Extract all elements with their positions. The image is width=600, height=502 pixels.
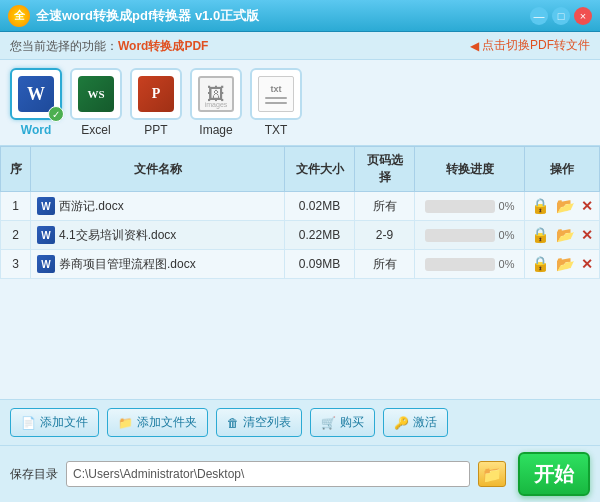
maximize-button[interactable]: □ bbox=[552, 7, 570, 25]
file-word-icon: W bbox=[37, 226, 55, 244]
col-index: 序 bbox=[1, 147, 31, 192]
delete-icon[interactable]: ✕ bbox=[581, 256, 593, 272]
cell-name: W 券商项目管理流程图.docx bbox=[31, 250, 285, 279]
open-folder-icon[interactable]: 📂 bbox=[556, 197, 575, 215]
cell-actions: 🔒 📂 ✕ bbox=[525, 192, 600, 221]
cell-index: 1 bbox=[1, 192, 31, 221]
file-word-icon: W bbox=[37, 197, 55, 215]
col-size: 文件大小 bbox=[285, 147, 355, 192]
tab-txt-icon: txt bbox=[250, 68, 302, 120]
table-row: 3 W 券商项目管理流程图.docx 0.09MB 所有 0% 🔒 📂 ✕ bbox=[1, 250, 600, 279]
ppt-logo-icon: P bbox=[138, 76, 174, 112]
tab-txt-label: TXT bbox=[265, 123, 288, 137]
cell-index: 3 bbox=[1, 250, 31, 279]
tab-image[interactable]: 🖼 images Image bbox=[190, 68, 242, 137]
image-logo-icon: 🖼 images bbox=[198, 76, 234, 112]
save-path-input[interactable] bbox=[66, 461, 470, 487]
tab-word-icon: W ✓ bbox=[10, 68, 62, 120]
buy-label: 购买 bbox=[340, 414, 364, 431]
minimize-button[interactable]: — bbox=[530, 7, 548, 25]
clear-list-button[interactable]: 🗑 清空列表 bbox=[216, 408, 302, 437]
delete-icon[interactable]: ✕ bbox=[581, 198, 593, 214]
save-label: 保存目录 bbox=[10, 466, 58, 483]
cell-name: W 西游记.docx bbox=[31, 192, 285, 221]
word-logo-icon: W bbox=[18, 76, 54, 112]
buy-button[interactable]: 🛒 购买 bbox=[310, 408, 375, 437]
progress-label: 0% bbox=[499, 200, 515, 212]
start-button[interactable]: 开始 bbox=[518, 452, 590, 496]
col-actions: 操作 bbox=[525, 147, 600, 192]
save-bar: 保存目录 📁 开始 bbox=[0, 445, 600, 502]
tab-image-label: Image bbox=[199, 123, 232, 137]
table-header-row: 序 文件名称 文件大小 页码选择 转换进度 操作 bbox=[1, 147, 600, 192]
cell-actions: 🔒 📂 ✕ bbox=[525, 250, 600, 279]
add-folder-label: 添加文件夹 bbox=[137, 414, 197, 431]
excel-logo-icon: WS bbox=[78, 76, 114, 112]
cell-actions: 🔒 📂 ✕ bbox=[525, 221, 600, 250]
file-name: 西游记.docx bbox=[59, 198, 124, 215]
file-table-container: 序 文件名称 文件大小 页码选择 转换进度 操作 1 W 西游记.docx 0.… bbox=[0, 146, 600, 399]
file-table: 序 文件名称 文件大小 页码选择 转换进度 操作 1 W 西游记.docx 0.… bbox=[0, 146, 600, 279]
cell-pages: 所有 bbox=[355, 192, 415, 221]
tab-txt[interactable]: txt TXT bbox=[250, 68, 302, 137]
app-title: 全速word转换成pdf转换器 v1.0正式版 bbox=[36, 7, 259, 25]
cell-index: 2 bbox=[1, 221, 31, 250]
cell-progress: 0% bbox=[415, 192, 525, 221]
lock-icon[interactable]: 🔒 bbox=[531, 226, 550, 244]
table-row: 2 W 4.1交易培训资料.docx 0.22MB 2-9 0% 🔒 📂 ✕ bbox=[1, 221, 600, 250]
tab-ppt-label: PPT bbox=[144, 123, 167, 137]
tab-word-label: Word bbox=[21, 123, 51, 137]
add-folder-button[interactable]: 📁 添加文件夹 bbox=[107, 408, 208, 437]
progress-bar-track bbox=[425, 200, 495, 213]
add-folder-icon: 📁 bbox=[118, 416, 133, 430]
activate-icon: 🔑 bbox=[394, 416, 409, 430]
clear-list-label: 清空列表 bbox=[243, 414, 291, 431]
open-folder-icon[interactable]: 📂 bbox=[556, 226, 575, 244]
activate-button[interactable]: 🔑 激活 bbox=[383, 408, 448, 437]
format-tabs: W ✓ Word WS Excel P PPT 🖼 images bbox=[0, 60, 600, 146]
function-bar: 您当前选择的功能：Word转换成PDF ◀ 点击切换PDF转文件 bbox=[0, 32, 600, 60]
activate-label: 激活 bbox=[413, 414, 437, 431]
main-content: 您当前选择的功能：Word转换成PDF ◀ 点击切换PDF转文件 W ✓ Wor… bbox=[0, 32, 600, 502]
col-progress: 转换进度 bbox=[415, 147, 525, 192]
tab-excel-icon: WS bbox=[70, 68, 122, 120]
cell-progress: 0% bbox=[415, 221, 525, 250]
cell-size: 0.22MB bbox=[285, 221, 355, 250]
cell-size: 0.09MB bbox=[285, 250, 355, 279]
tab-excel-label: Excel bbox=[81, 123, 110, 137]
arrow-back-icon: ◀ bbox=[470, 39, 479, 53]
lock-icon[interactable]: 🔒 bbox=[531, 255, 550, 273]
tab-ppt-icon: P bbox=[130, 68, 182, 120]
tab-image-icon: 🖼 images bbox=[190, 68, 242, 120]
tab-word[interactable]: W ✓ Word bbox=[10, 68, 62, 137]
table-row: 1 W 西游记.docx 0.02MB 所有 0% 🔒 📂 ✕ bbox=[1, 192, 600, 221]
app-logo: 全 bbox=[8, 5, 30, 27]
folder-icon: 📁 bbox=[482, 465, 502, 484]
start-label: 开始 bbox=[534, 461, 574, 488]
file-name: 券商项目管理流程图.docx bbox=[59, 256, 196, 273]
buy-icon: 🛒 bbox=[321, 416, 336, 430]
file-name: 4.1交易培训资料.docx bbox=[59, 227, 176, 244]
switch-mode-link[interactable]: ◀ 点击切换PDF转文件 bbox=[470, 37, 590, 54]
lock-icon[interactable]: 🔒 bbox=[531, 197, 550, 215]
cell-size: 0.02MB bbox=[285, 192, 355, 221]
progress-bar-track bbox=[425, 258, 495, 271]
progress-bar-track bbox=[425, 229, 495, 242]
tab-ppt[interactable]: P PPT bbox=[130, 68, 182, 137]
cell-progress: 0% bbox=[415, 250, 525, 279]
file-word-icon: W bbox=[37, 255, 55, 273]
func-label: 您当前选择的功能：Word转换成PDF bbox=[10, 36, 208, 55]
cell-pages: 所有 bbox=[355, 250, 415, 279]
add-file-button[interactable]: 📄 添加文件 bbox=[10, 408, 99, 437]
add-file-icon: 📄 bbox=[21, 416, 36, 430]
browse-folder-button[interactable]: 📁 bbox=[478, 461, 506, 487]
bottom-buttons: 📄 添加文件 📁 添加文件夹 🗑 清空列表 🛒 购买 🔑 激活 bbox=[0, 399, 600, 445]
close-button[interactable]: × bbox=[574, 7, 592, 25]
txt-logo-icon: txt bbox=[258, 76, 294, 112]
open-folder-icon[interactable]: 📂 bbox=[556, 255, 575, 273]
delete-icon[interactable]: ✕ bbox=[581, 227, 593, 243]
window-controls: — □ × bbox=[530, 7, 592, 25]
func-name: Word转换成PDF bbox=[118, 39, 208, 53]
clear-list-icon: 🗑 bbox=[227, 416, 239, 430]
tab-excel[interactable]: WS Excel bbox=[70, 68, 122, 137]
